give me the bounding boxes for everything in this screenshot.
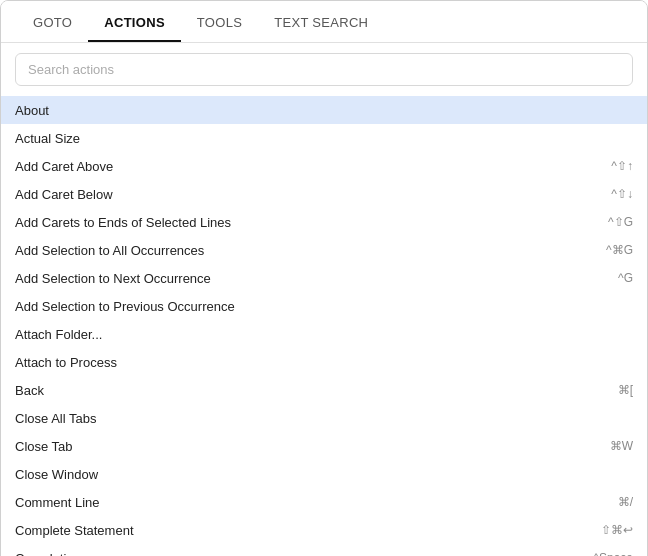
action-label: Add Caret Above — [15, 159, 113, 174]
tab-goto[interactable]: GOTO — [17, 1, 88, 42]
search-bar — [1, 43, 647, 96]
action-shortcut: ^Space — [593, 551, 633, 556]
action-shortcut: ^⇧↑ — [611, 159, 633, 173]
action-label: Back — [15, 383, 44, 398]
tab-text-search[interactable]: TEXT SEARCH — [258, 1, 384, 42]
action-shortcut: ⌘[ — [618, 383, 633, 397]
action-shortcut: ⌘/ — [618, 495, 633, 509]
search-input[interactable] — [15, 53, 633, 86]
action-row[interactable]: Close Tab⌘W — [1, 432, 647, 460]
action-label: Actual Size — [15, 131, 80, 146]
action-row[interactable]: Back⌘[ — [1, 376, 647, 404]
action-row[interactable]: Close All Tabs — [1, 404, 647, 432]
action-row[interactable]: Complete Statement⇧⌘↩ — [1, 516, 647, 544]
action-label: Attach to Process — [15, 355, 117, 370]
action-label: Completion — [15, 551, 81, 557]
action-label: Add Caret Below — [15, 187, 113, 202]
action-label: Attach Folder... — [15, 327, 102, 342]
action-label: Close All Tabs — [15, 411, 96, 426]
tab-bar: GOTOACTIONSTOOLSTEXT SEARCH — [1, 1, 647, 43]
action-label: Add Selection to Previous Occurrence — [15, 299, 235, 314]
action-shortcut: ^⇧↓ — [611, 187, 633, 201]
action-label: Add Selection to All Occurrences — [15, 243, 204, 258]
tab-actions[interactable]: ACTIONS — [88, 1, 181, 42]
tab-tools[interactable]: TOOLS — [181, 1, 258, 42]
action-row[interactable]: Add Caret Above^⇧↑ — [1, 152, 647, 180]
action-shortcut: ^G — [618, 271, 633, 285]
action-shortcut: ⌘W — [610, 439, 633, 453]
action-row[interactable]: Add Selection to Previous Occurrence — [1, 292, 647, 320]
action-row[interactable]: Completion^Space — [1, 544, 647, 556]
action-label: Add Selection to Next Occurrence — [15, 271, 211, 286]
action-shortcut: ⇧⌘↩ — [601, 523, 633, 537]
action-label: Comment Line — [15, 495, 100, 510]
action-row[interactable]: Add Carets to Ends of Selected Lines^⇧G — [1, 208, 647, 236]
action-row[interactable]: Comment Line⌘/ — [1, 488, 647, 516]
action-row[interactable]: Add Caret Below^⇧↓ — [1, 180, 647, 208]
action-row[interactable]: About — [1, 96, 647, 124]
action-row[interactable]: Add Selection to All Occurrences^⌘G — [1, 236, 647, 264]
action-row[interactable]: Close Window — [1, 460, 647, 488]
action-shortcut: ^⇧G — [608, 215, 633, 229]
action-row[interactable]: Attach Folder... — [1, 320, 647, 348]
action-list: AboutActual SizeAdd Caret Above^⇧↑Add Ca… — [1, 96, 647, 556]
action-label: Complete Statement — [15, 523, 134, 538]
action-label: Close Window — [15, 467, 98, 482]
action-label: Close Tab — [15, 439, 73, 454]
action-row[interactable]: Attach to Process — [1, 348, 647, 376]
action-row[interactable]: Actual Size — [1, 124, 647, 152]
action-shortcut: ^⌘G — [606, 243, 633, 257]
action-label: Add Carets to Ends of Selected Lines — [15, 215, 231, 230]
action-label: About — [15, 103, 49, 118]
action-row[interactable]: Add Selection to Next Occurrence^G — [1, 264, 647, 292]
